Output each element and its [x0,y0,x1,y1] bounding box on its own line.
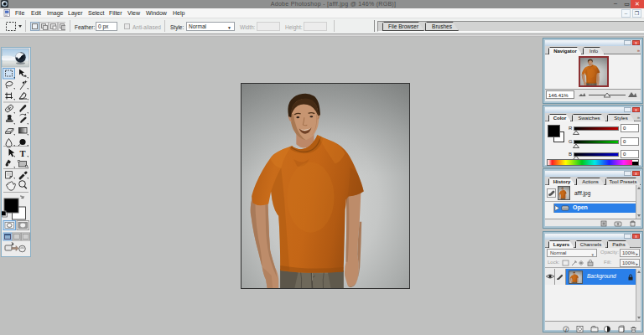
svg-text:T: T [19,149,25,158]
svg-text:f: f [565,327,568,333]
